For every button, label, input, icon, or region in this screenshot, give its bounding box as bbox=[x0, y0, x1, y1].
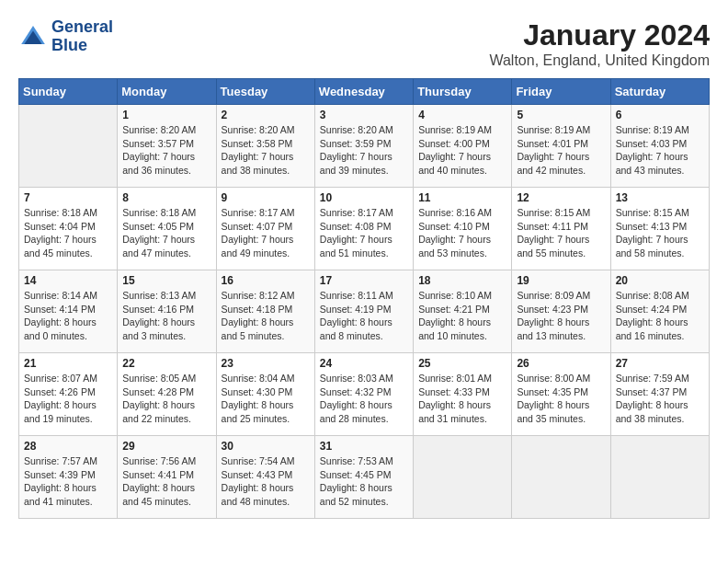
day-info: Sunrise: 8:10 AMSunset: 4:21 PMDaylight:… bbox=[418, 289, 506, 343]
day-number: 2 bbox=[222, 109, 310, 121]
day-number: 30 bbox=[222, 440, 310, 453]
day-info: Sunrise: 7:53 AMSunset: 4:45 PMDaylight:… bbox=[320, 454, 408, 509]
day-number: 5 bbox=[517, 109, 605, 121]
day-of-week-header: Saturday bbox=[610, 79, 709, 105]
day-number: 25 bbox=[418, 357, 506, 370]
day-number: 15 bbox=[122, 274, 210, 287]
day-number: 10 bbox=[320, 191, 408, 204]
day-info: Sunrise: 8:03 AMSunset: 4:32 PMDaylight:… bbox=[320, 372, 408, 426]
day-number: 20 bbox=[616, 274, 704, 287]
calendar-cell: 20Sunrise: 8:08 AMSunset: 4:24 PMDayligh… bbox=[610, 270, 709, 353]
calendar-cell: 22Sunrise: 8:05 AMSunset: 4:28 PMDayligh… bbox=[118, 353, 216, 436]
day-number: 29 bbox=[122, 440, 210, 453]
day-info: Sunrise: 8:18 AMSunset: 4:05 PMDaylight:… bbox=[122, 206, 210, 260]
day-number: 1 bbox=[122, 109, 210, 121]
day-info: Sunrise: 8:17 AMSunset: 4:08 PMDaylight:… bbox=[320, 206, 408, 260]
day-number: 31 bbox=[320, 440, 408, 453]
day-info: Sunrise: 8:15 AMSunset: 4:13 PMDaylight:… bbox=[616, 206, 704, 260]
calendar-week-row: 1Sunrise: 8:20 AMSunset: 3:57 PMDaylight… bbox=[19, 105, 710, 188]
calendar-cell: 2Sunrise: 8:20 AMSunset: 3:58 PMDaylight… bbox=[216, 105, 314, 188]
calendar-body: 1Sunrise: 8:20 AMSunset: 3:57 PMDaylight… bbox=[19, 105, 710, 519]
calendar-week-row: 7Sunrise: 8:18 AMSunset: 4:04 PMDaylight… bbox=[19, 188, 710, 270]
logo-icon bbox=[18, 22, 48, 52]
day-of-week-header: Sunday bbox=[19, 79, 118, 105]
day-info: Sunrise: 8:17 AMSunset: 4:07 PMDaylight:… bbox=[222, 206, 310, 260]
calendar-cell: 10Sunrise: 8:17 AMSunset: 4:08 PMDayligh… bbox=[314, 188, 413, 270]
calendar-cell: 7Sunrise: 8:18 AMSunset: 4:04 PMDaylight… bbox=[19, 188, 118, 270]
calendar-cell bbox=[414, 436, 512, 519]
calendar-cell: 19Sunrise: 8:09 AMSunset: 4:23 PMDayligh… bbox=[512, 270, 610, 353]
calendar-cell: 14Sunrise: 8:14 AMSunset: 4:14 PMDayligh… bbox=[19, 270, 118, 353]
day-info: Sunrise: 8:12 AMSunset: 4:18 PMDaylight:… bbox=[222, 289, 310, 343]
day-of-week-header: Friday bbox=[512, 79, 610, 105]
day-info: Sunrise: 8:18 AMSunset: 4:04 PMDaylight:… bbox=[24, 206, 112, 260]
logo: General Blue bbox=[18, 18, 113, 55]
day-number: 24 bbox=[320, 357, 408, 370]
day-info: Sunrise: 7:54 AMSunset: 4:43 PMDaylight:… bbox=[222, 454, 310, 509]
day-number: 19 bbox=[517, 274, 605, 287]
day-number: 18 bbox=[418, 274, 506, 287]
calendar-cell: 27Sunrise: 7:59 AMSunset: 4:37 PMDayligh… bbox=[610, 353, 709, 436]
day-info: Sunrise: 8:07 AMSunset: 4:26 PMDaylight:… bbox=[24, 372, 112, 426]
calendar-cell: 13Sunrise: 8:15 AMSunset: 4:13 PMDayligh… bbox=[610, 188, 709, 270]
calendar-week-row: 21Sunrise: 8:07 AMSunset: 4:26 PMDayligh… bbox=[19, 353, 710, 436]
day-info: Sunrise: 8:20 AMSunset: 3:58 PMDaylight:… bbox=[222, 123, 310, 178]
calendar-cell: 5Sunrise: 8:19 AMSunset: 4:01 PMDaylight… bbox=[512, 105, 610, 188]
day-number: 8 bbox=[122, 191, 210, 204]
logo-text: General Blue bbox=[51, 18, 113, 55]
calendar-cell: 26Sunrise: 8:00 AMSunset: 4:35 PMDayligh… bbox=[512, 353, 610, 436]
day-info: Sunrise: 8:13 AMSunset: 4:16 PMDaylight:… bbox=[122, 289, 210, 343]
day-number: 23 bbox=[222, 357, 310, 370]
day-info: Sunrise: 8:15 AMSunset: 4:11 PMDaylight:… bbox=[517, 206, 605, 260]
day-number: 11 bbox=[418, 191, 506, 204]
day-info: Sunrise: 8:00 AMSunset: 4:35 PMDaylight:… bbox=[517, 372, 605, 426]
calendar-cell: 16Sunrise: 8:12 AMSunset: 4:18 PMDayligh… bbox=[216, 270, 314, 353]
day-number: 16 bbox=[222, 274, 310, 287]
calendar-cell: 24Sunrise: 8:03 AMSunset: 4:32 PMDayligh… bbox=[314, 353, 413, 436]
location: Walton, England, United Kingdom bbox=[489, 52, 710, 69]
calendar-cell: 1Sunrise: 8:20 AMSunset: 3:57 PMDaylight… bbox=[118, 105, 216, 188]
day-info: Sunrise: 8:04 AMSunset: 4:30 PMDaylight:… bbox=[222, 372, 310, 426]
logo-line1: General bbox=[51, 18, 113, 37]
calendar-cell: 29Sunrise: 7:56 AMSunset: 4:41 PMDayligh… bbox=[118, 436, 216, 519]
calendar-cell bbox=[19, 105, 118, 188]
day-number: 13 bbox=[616, 191, 704, 204]
day-info: Sunrise: 8:19 AMSunset: 4:03 PMDaylight:… bbox=[616, 123, 704, 178]
calendar-cell: 4Sunrise: 8:19 AMSunset: 4:00 PMDaylight… bbox=[414, 105, 512, 188]
calendar-cell: 6Sunrise: 8:19 AMSunset: 4:03 PMDaylight… bbox=[610, 105, 709, 188]
day-number: 22 bbox=[122, 357, 210, 370]
day-number: 17 bbox=[320, 274, 408, 287]
calendar-header: SundayMondayTuesdayWednesdayThursdayFrid… bbox=[19, 79, 710, 105]
day-info: Sunrise: 7:59 AMSunset: 4:37 PMDaylight:… bbox=[616, 372, 704, 426]
day-info: Sunrise: 8:19 AMSunset: 4:00 PMDaylight:… bbox=[418, 123, 506, 178]
day-of-week-header: Thursday bbox=[414, 79, 512, 105]
calendar-cell: 15Sunrise: 8:13 AMSunset: 4:16 PMDayligh… bbox=[118, 270, 216, 353]
day-info: Sunrise: 8:08 AMSunset: 4:24 PMDaylight:… bbox=[616, 289, 704, 343]
calendar-cell: 9Sunrise: 8:17 AMSunset: 4:07 PMDaylight… bbox=[216, 188, 314, 270]
day-info: Sunrise: 8:05 AMSunset: 4:28 PMDaylight:… bbox=[122, 372, 210, 426]
day-info: Sunrise: 7:56 AMSunset: 4:41 PMDaylight:… bbox=[122, 454, 210, 509]
day-of-week-header: Wednesday bbox=[314, 79, 413, 105]
calendar-cell: 11Sunrise: 8:16 AMSunset: 4:10 PMDayligh… bbox=[414, 188, 512, 270]
day-info: Sunrise: 8:14 AMSunset: 4:14 PMDaylight:… bbox=[24, 289, 112, 343]
calendar-cell: 21Sunrise: 8:07 AMSunset: 4:26 PMDayligh… bbox=[19, 353, 118, 436]
calendar-cell: 28Sunrise: 7:57 AMSunset: 4:39 PMDayligh… bbox=[19, 436, 118, 519]
calendar-cell: 8Sunrise: 8:18 AMSunset: 4:05 PMDaylight… bbox=[118, 188, 216, 270]
day-number: 27 bbox=[616, 357, 704, 370]
calendar-cell: 25Sunrise: 8:01 AMSunset: 4:33 PMDayligh… bbox=[414, 353, 512, 436]
day-info: Sunrise: 8:11 AMSunset: 4:19 PMDaylight:… bbox=[320, 289, 408, 343]
day-of-week-header: Tuesday bbox=[216, 79, 314, 105]
calendar-cell: 18Sunrise: 8:10 AMSunset: 4:21 PMDayligh… bbox=[414, 270, 512, 353]
calendar-cell bbox=[610, 436, 709, 519]
day-info: Sunrise: 8:19 AMSunset: 4:01 PMDaylight:… bbox=[517, 123, 605, 178]
day-info: Sunrise: 8:09 AMSunset: 4:23 PMDaylight:… bbox=[517, 289, 605, 343]
day-number: 12 bbox=[517, 191, 605, 204]
day-info: Sunrise: 8:20 AMSunset: 3:59 PMDaylight:… bbox=[320, 123, 408, 178]
day-info: Sunrise: 7:57 AMSunset: 4:39 PMDaylight:… bbox=[24, 454, 112, 509]
day-number: 4 bbox=[418, 109, 506, 121]
title-block: January 2024 Walton, England, United Kin… bbox=[489, 18, 710, 69]
calendar-cell: 17Sunrise: 8:11 AMSunset: 4:19 PMDayligh… bbox=[314, 270, 413, 353]
day-number: 9 bbox=[222, 191, 310, 204]
calendar-cell: 30Sunrise: 7:54 AMSunset: 4:43 PMDayligh… bbox=[216, 436, 314, 519]
day-number: 3 bbox=[320, 109, 408, 121]
